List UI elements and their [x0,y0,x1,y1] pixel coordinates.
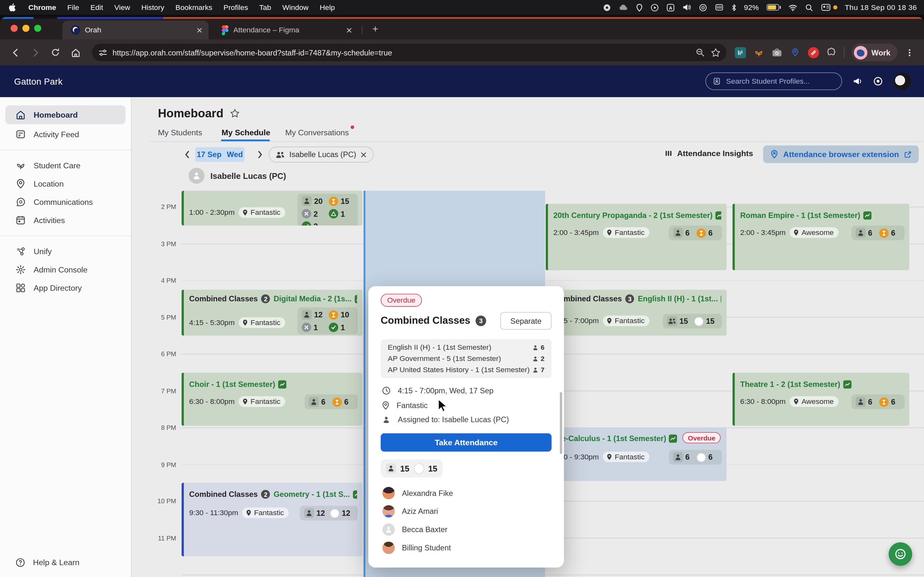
zoom-window-button[interactable] [34,25,41,32]
student-row[interactable]: Billing Student [383,542,451,554]
home-button[interactable] [67,44,83,61]
extensions-puzzle-icon[interactable] [826,47,837,58]
menu-item-tab[interactable]: Tab [259,3,271,11]
reload-button[interactable] [47,44,63,61]
menu-item-view[interactable]: View [114,3,130,11]
take-attendance-button[interactable]: Take Attendance [381,434,552,452]
extension-analytics-icon[interactable] [735,47,746,58]
macos-menu-bar: Chrome File Edit View History Bookmarks … [0,0,924,15]
pending-icon [879,397,888,406]
modal-scrollbar[interactable] [560,392,562,454]
spotlight-icon[interactable] [804,3,813,11]
bluetooth-icon[interactable] [731,3,736,11]
airplay-icon[interactable] [698,3,707,11]
address-bar[interactable]: https://app.orah.com/staff/supervise/hom… [92,44,727,61]
sidebar-item-app-directory[interactable]: App Directory [0,279,131,297]
menu-bar-clock[interactable]: Thu 18 Sep 00 18 36 [845,3,917,11]
sidebar-item-unify[interactable]: Unify [0,243,131,260]
close-tab-icon[interactable] [346,27,352,33]
announcements-icon[interactable] [852,76,863,87]
student-row[interactable]: Becca Baxter [383,524,447,536]
location-status-icon[interactable] [636,3,643,11]
tab-my-students[interactable]: My Students [158,128,202,137]
menu-item-history[interactable]: History [141,3,164,11]
event-card[interactable]: Combined Classes 2 Geometry - 1 (1st S..… [182,483,363,556]
menu-item-file[interactable]: File [67,3,79,11]
prev-day-button[interactable] [180,148,193,161]
sidebar-item-location[interactable]: Location [0,175,131,193]
close-tab-icon[interactable] [196,27,203,33]
minimize-window-button[interactable] [23,25,29,32]
site-settings-icon[interactable] [98,47,108,57]
new-tab-button[interactable]: + [369,23,382,35]
event-card[interactable]: Pre-Calculus - 1 (1st Semester) Overdue … [546,427,727,481]
next-day-button[interactable] [254,148,266,161]
class-row: AP United States History - 1 (1st Semest… [388,366,545,374]
person-filter-chip[interactable]: Isabelle Lucas (PC) [269,147,374,163]
sidebar-item-help-learn[interactable]: Help & Learn [15,558,79,567]
event-card[interactable]: 1:00 - 2:30pm Fantastic 20 15 2 1 [182,191,363,226]
screen-record-icon[interactable] [603,3,611,11]
sidebar-item-activities[interactable]: Activities [0,211,131,229]
search-input[interactable] [726,77,834,85]
attendance-extension-link[interactable]: Attendance browser extension [763,145,919,163]
battery-icon[interactable] [766,4,780,11]
menu-item-help[interactable]: Help [320,3,335,11]
bookmark-star-icon[interactable] [711,47,720,57]
event-card[interactable]: Combined Classes 3 English II (H) - 1 (1… [546,290,727,335]
student-row[interactable]: Alexandra Fike [383,487,453,500]
support-chat-button[interactable] [889,542,912,566]
scanner-icon[interactable] [714,3,724,12]
cloud-icon[interactable] [619,4,628,11]
menu-item-edit[interactable]: Edit [90,3,103,11]
sidebar-item-student-care[interactable]: Student Care [0,157,131,174]
event-card[interactable]: Choir - 1 (1st Semester) 6:30 - 8:00pm F… [182,373,363,426]
sidebar-item-homeboard[interactable]: Homeboard [5,105,126,124]
profile-chip[interactable]: Work [851,44,898,61]
separate-button[interactable]: Separate [500,312,551,330]
tab-figma[interactable]: Attendance – Figma [213,21,359,39]
apple-icon[interactable] [8,3,17,12]
extension-adblock-icon[interactable] [808,47,819,58]
modal-title-row: Combined Classes 3 [381,315,486,327]
volume-icon[interactable] [682,3,691,11]
menu-item-profiles[interactable]: Profiles [224,3,248,11]
date-pill[interactable]: 17 Sep Wed [195,147,244,162]
zoom-out-icon[interactable] [695,48,704,57]
modal-assigned: Assigned to: Isabelle Lucas (PC) [398,415,509,424]
extension-camera-icon[interactable] [771,47,782,58]
sprout-icon [15,160,26,171]
forward-button[interactable] [27,44,43,61]
back-button[interactable] [7,44,23,61]
favorite-star-icon[interactable] [230,108,240,118]
attendance-insights-button[interactable]: Attendance Insights [665,149,753,158]
insights-label: Attendance Insights [677,149,753,158]
tab-my-conversations[interactable]: My Conversations [285,128,349,137]
menu-item-chrome[interactable]: Chrome [28,3,56,11]
tab-orah[interactable]: Orah [63,21,209,39]
extension-sprout-icon[interactable] [753,47,764,58]
sidebar-item-admin-console[interactable]: Admin Console [0,261,131,279]
close-window-button[interactable] [11,25,18,32]
browser-menu-icon[interactable] [905,47,914,57]
url-text[interactable]: https://app.orah.com/staff/supervise/hom… [113,48,690,57]
remove-filter-icon[interactable] [360,151,367,158]
play-status-icon[interactable] [650,3,659,11]
user-avatar[interactable] [893,73,911,90]
student-row[interactable]: Aziz Amari [383,505,438,518]
menu-item-window[interactable]: Window [282,3,309,11]
sidebar-item-communications[interactable]: Communications [0,193,131,211]
event-card[interactable]: Roman Empire - 1 (1st Semester) 2:00 - 3… [732,204,909,271]
sidebar-item-activity-feed[interactable]: Activity Feed [0,125,131,143]
input-source-icon[interactable] [666,3,674,11]
menu-item-bookmarks[interactable]: Bookmarks [176,3,212,11]
event-card[interactable]: Combined Classes 2 Digital Media - 2 (1s… [182,290,363,335]
student-search[interactable] [706,73,842,90]
event-card[interactable]: 20th Century Propaganda - 2 (1st Semeste… [546,204,727,271]
extension-location-icon[interactable] [790,47,801,58]
event-card[interactable]: Theatre 1 - 2 (1st Semester) 6:30 - 8:00… [732,373,909,426]
focus-target-icon[interactable] [873,76,883,87]
tab-my-schedule[interactable]: My Schedule [222,128,270,137]
wifi-icon[interactable] [788,4,797,11]
control-center-icon[interactable] [821,3,830,11]
